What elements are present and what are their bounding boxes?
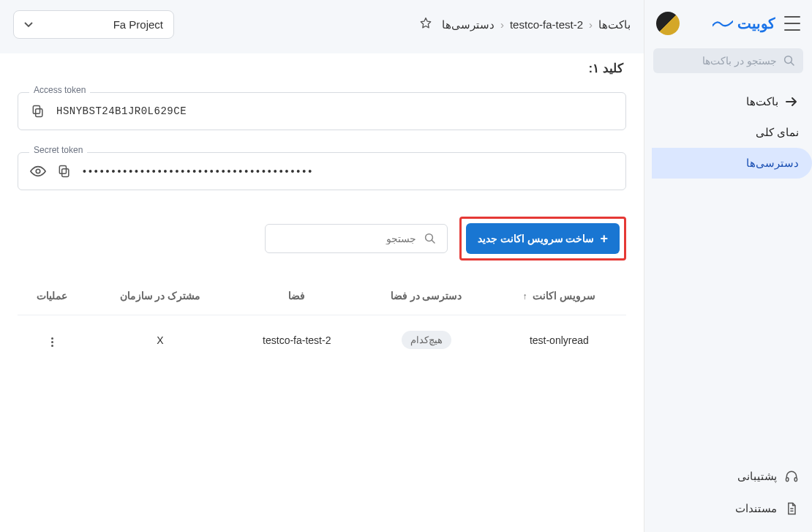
chevron-left-icon: ‹ (500, 18, 504, 31)
th-space[interactable]: فضا (233, 280, 360, 315)
content: کلید ۱: Access token HSNYBST24B1JR0L629C… (0, 53, 644, 532)
th-access-in-space[interactable]: دسترسی در فضا (361, 280, 492, 315)
svg-rect-2 (786, 478, 789, 482)
cell-shared-in-org: X (87, 315, 233, 365)
actions-row: + ساخت سرویس اکانت جدید (18, 217, 626, 261)
sidebar-header: کوبیت (644, 0, 812, 42)
eye-icon[interactable] (30, 163, 46, 179)
service-accounts-table: سرویس اکانت ↑ دسترسی در فضا فضا مشترک در… (18, 280, 626, 364)
arrow-right-icon (786, 97, 799, 107)
svg-line-12 (432, 240, 435, 243)
svg-rect-6 (36, 109, 42, 117)
brand-wave-icon (713, 18, 733, 29)
project-dropdown-label: Fa Project (113, 18, 163, 31)
sort-arrow-icon: ↑ (522, 291, 527, 301)
hamburger-icon[interactable] (784, 16, 800, 31)
th-service-account[interactable]: سرویس اکانت ↑ (492, 280, 626, 315)
access-token-label: Access token (29, 85, 90, 95)
secret-token-value: •••••••••••••••••••••••••••••••••••••••• (83, 165, 314, 177)
sidebar: کوبیت جستجو در باکت‌ها باکت‌ها نمای کلی … (644, 0, 812, 532)
create-sa-label: ساخت سرویس اکانت جدید (478, 233, 595, 244)
sidebar-item-label: باکت‌ها (746, 95, 778, 108)
cell-space: testco-fa-test-2 (233, 315, 360, 365)
svg-point-8 (36, 169, 40, 173)
cell-access-in-space: هیچ‌کدام (361, 315, 492, 365)
search-input[interactable] (276, 233, 416, 244)
sidebar-item-label: نمای کلی (756, 126, 799, 139)
brand[interactable]: کوبیت (713, 15, 775, 32)
create-service-account-button[interactable]: + ساخت سرویس اکانت جدید (466, 223, 620, 254)
cell-operations (18, 315, 87, 365)
sidebar-support-label: پشتیبانی (737, 470, 777, 483)
brand-label: کوبیت (737, 15, 775, 32)
sidebar-docs[interactable]: مستندات (644, 492, 812, 525)
sidebar-bottom: پشتیبانی مستندات (644, 460, 812, 532)
key-title: کلید ۱: (20, 61, 623, 76)
headset-icon (784, 469, 799, 484)
document-icon (784, 501, 799, 516)
create-sa-highlight: + ساخت سرویس اکانت جدید (459, 217, 626, 261)
access-badge: هیچ‌کدام (402, 331, 451, 349)
secret-token-field: Secret token •••••••••••••••••••••••••••… (18, 152, 626, 190)
plus-icon: + (600, 232, 608, 245)
breadcrumb: باکت‌ها ‹ testco-fa-test-2 ‹ دسترسی‌ها (418, 16, 631, 33)
search-icon (424, 232, 437, 245)
star-icon[interactable] (418, 16, 433, 33)
svg-rect-9 (62, 169, 69, 177)
chevron-left-icon: ‹ (589, 18, 593, 31)
svg-rect-3 (794, 478, 797, 482)
access-token-value: HSNYBST24B1JR0L629CE (56, 105, 614, 117)
copy-icon[interactable] (56, 163, 72, 179)
project-dropdown[interactable]: Fa Project (13, 10, 174, 39)
topbar: باکت‌ها ‹ testco-fa-test-2 ‹ دسترسی‌ها F… (0, 0, 644, 53)
kebab-menu-icon[interactable] (48, 334, 56, 350)
th-shared-in-org[interactable]: مشترک در سازمان (87, 280, 233, 315)
sidebar-item-access[interactable]: دسترسی‌ها (652, 148, 812, 179)
breadcrumb-bucket[interactable]: testco-fa-test-2 (510, 18, 583, 31)
sidebar-search[interactable]: جستجو در باکت‌ها (653, 48, 803, 73)
sidebar-docs-label: مستندات (735, 502, 777, 515)
table-row: test-onlyread هیچ‌کدام testco-fa-test-2 … (18, 315, 626, 365)
th-operations[interactable]: عملیات (18, 280, 87, 315)
search-icon (783, 54, 796, 67)
copy-icon[interactable] (30, 103, 46, 119)
svg-line-1 (791, 62, 794, 65)
breadcrumb-page[interactable]: دسترسی‌ها (442, 18, 495, 31)
sidebar-item-buckets[interactable]: باکت‌ها (652, 86, 812, 117)
main: باکت‌ها ‹ testco-fa-test-2 ‹ دسترسی‌ها F… (0, 0, 644, 532)
svg-rect-7 (33, 106, 40, 114)
secret-token-label: Secret token (29, 145, 87, 155)
breadcrumb-root[interactable]: باکت‌ها (598, 18, 631, 31)
sidebar-support[interactable]: پشتیبانی (644, 460, 812, 492)
sidebar-search-placeholder: جستجو در باکت‌ها (702, 55, 777, 67)
svg-rect-10 (59, 166, 66, 174)
sidebar-item-label: دسترسی‌ها (746, 157, 799, 170)
search-input-wrap[interactable] (265, 224, 448, 253)
avatar[interactable] (656, 12, 680, 35)
caret-down-icon (24, 22, 33, 28)
access-token-field: Access token HSNYBST24B1JR0L629CE (18, 92, 626, 130)
sidebar-item-overview[interactable]: نمای کلی (652, 117, 812, 148)
cell-service-account: test-onlyread (492, 315, 626, 365)
